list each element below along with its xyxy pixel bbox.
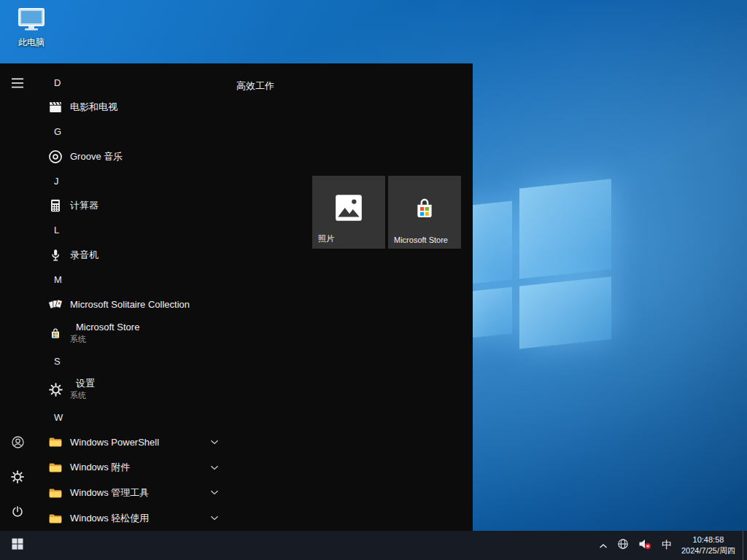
section-letter-g[interactable]: G [44,120,223,144]
chevron-down-icon[interactable] [210,440,219,445]
settings-button[interactable] [0,461,35,496]
power-icon [10,505,25,522]
tile-grid: 照片 Microsoft Store [312,176,461,249]
section-letter-label: J [54,176,59,187]
app-item-groove-music[interactable]: Groove 音乐 [44,144,223,169]
app-item-microsoft-store[interactable]: Microsoft Store 系统 [44,317,223,349]
chevron-down-icon[interactable] [210,490,219,495]
start-app-list: D 电影和电视 G Groove 音乐 J 计算器 [35,63,223,531]
app-sublabel: 系统 [70,334,139,344]
folder-icon [47,484,64,502]
groove-music-icon [47,148,64,166]
movies-tv-icon [47,98,64,116]
app-label: 设置 [76,378,95,390]
app-label: Microsoft Solitaire Collection [70,299,190,310]
folder-icon [47,433,64,451]
clock[interactable]: 10:48:58 2024/7/25/周四 [677,531,743,560]
this-pc-icon [17,7,46,35]
start-menu: D 电影和电视 G Groove 音乐 J 计算器 [0,63,473,531]
app-label: Windows PowerShell [70,437,159,448]
voice-recorder-icon [47,246,64,264]
section-letter-j[interactable]: J [44,169,223,193]
app-label: 计算器 [70,199,98,212]
app-label: Windows 管理工具 [70,486,149,499]
taskbar: 中 10:48:58 2024/7/25/周四 [0,531,747,560]
volume-button[interactable] [633,531,657,560]
app-text: Microsoft Store 系统 [70,322,139,344]
network-status-button[interactable] [613,531,633,560]
rail-bottom-group [0,426,35,531]
app-item-movies-tv[interactable]: 电影和电视 [44,95,223,120]
windows-logo-pane [519,179,611,279]
app-sublabel: 系统 [70,390,95,400]
folder-item-windows-ease-of-access[interactable]: Windows 轻松使用 [44,505,223,531]
section-letter-l[interactable]: L [44,219,223,243]
section-letter-label: L [54,225,59,236]
hamburger-icon [12,78,24,91]
start-menu-rail [0,63,35,531]
app-item-voice-recorder[interactable]: 录音机 [44,242,223,268]
chevron-up-icon [599,539,608,552]
show-desktop-button[interactable] [743,531,747,560]
tile-microsoft-store[interactable]: Microsoft Store [388,176,461,249]
app-label: Microsoft Store [76,322,139,334]
windows-desktop-screen: 此电脑 [0,0,747,560]
section-letter-label: W [54,412,63,423]
calculator-icon [47,197,64,214]
desktop-icon-label: 此电脑 [18,36,44,49]
section-letter-m[interactable]: M [44,268,223,292]
user-icon [10,435,26,453]
folder-icon [47,459,64,476]
section-letter-label: G [54,126,61,137]
app-text: 设置 系统 [70,378,95,400]
gear-icon [10,470,25,487]
expand-menu-button[interactable] [0,67,35,102]
show-hidden-icons-button[interactable] [594,531,613,560]
globe-icon [617,538,629,553]
volume-muted-icon [638,538,651,553]
tile-photos[interactable]: 照片 [312,176,385,249]
windows-logo-pane [519,276,611,349]
clock-date: 2024/7/25/周四 [681,545,735,556]
folder-icon [47,510,64,527]
folder-item-windows-powershell[interactable]: Windows PowerShell [44,429,223,455]
app-item-settings[interactable]: 设置 系统 [44,373,223,405]
chevron-down-icon[interactable] [210,465,219,470]
chevron-down-icon[interactable] [210,516,219,521]
section-letter-w[interactable]: W [44,405,223,429]
photos-icon [333,192,364,226]
section-letter-label: S [54,356,61,367]
ime-indicator[interactable]: 中 [657,531,677,560]
system-tray: 中 10:48:58 2024/7/25/周四 [594,531,747,560]
solitaire-icon [47,295,64,313]
start-tiles-area: 高效工作 照片 Microsoft Store [223,63,473,531]
app-label: Groove 音乐 [70,150,123,163]
user-account-button[interactable] [0,426,35,461]
folder-item-windows-admin-tools[interactable]: Windows 管理工具 [44,480,223,505]
gear-icon [47,381,64,398]
desktop-icon-this-pc[interactable]: 此电脑 [9,7,54,49]
app-label: Windows 轻松使用 [70,512,149,525]
app-label: 录音机 [70,249,98,262]
app-item-solitaire[interactable]: Microsoft Solitaire Collection [44,292,223,317]
power-button[interactable] [0,496,35,531]
tile-label: Microsoft Store [394,236,448,244]
folder-item-windows-accessories[interactable]: Windows 附件 [44,455,223,481]
app-label: 电影和电视 [70,101,117,114]
tile-group-title[interactable]: 高效工作 [236,79,274,93]
section-letter-label: M [54,274,62,285]
section-letter-label: D [54,77,61,88]
section-letter-d[interactable]: D [44,71,223,95]
start-button[interactable] [0,531,35,560]
windows-logo-icon [12,538,23,553]
app-item-calculator[interactable]: 计算器 [44,193,223,219]
app-label: Windows 附件 [70,461,130,474]
store-icon [47,324,64,342]
windows-logo-wallpaper [458,174,615,360]
section-letter-s[interactable]: S [44,349,223,373]
store-icon [409,192,440,226]
clock-time: 10:48:58 [693,534,724,545]
tile-label: 照片 [318,233,334,244]
